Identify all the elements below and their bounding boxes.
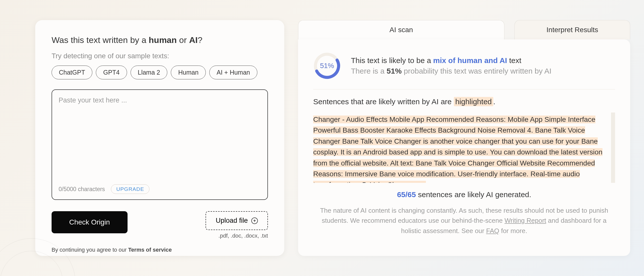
probability-gauge: 51% bbox=[313, 52, 341, 80]
sample-texts-label: Try detecting one of our sample texts: bbox=[52, 52, 268, 60]
tabs-row: AI scan Interpret Results bbox=[298, 20, 630, 39]
verdict-pre: This text is likely to be a bbox=[351, 56, 433, 65]
summary-count: 65/65 bbox=[397, 190, 416, 199]
tab-interpret-results[interactable]: Interpret Results bbox=[514, 20, 630, 39]
action-row: Check Origin Upload file + .pdf, .doc, .… bbox=[52, 211, 268, 239]
sentence-count-summary: 65/65 sentences are likely AI generated. bbox=[313, 190, 615, 199]
chip-human[interactable]: Human bbox=[171, 66, 206, 79]
writing-report-link[interactable]: Writing Report bbox=[504, 217, 546, 224]
tos-link[interactable]: Terms of service bbox=[128, 247, 172, 253]
input-card: Was this text written by a human or AI? … bbox=[35, 20, 284, 256]
prob-value: 51% bbox=[387, 67, 402, 75]
upload-plus-icon: + bbox=[251, 217, 258, 224]
upload-file-label: Upload file bbox=[216, 217, 248, 225]
highlight-post: . bbox=[493, 97, 495, 106]
verdict-text: This text is likely to be a mix of human… bbox=[351, 56, 615, 75]
analyzed-text-pane[interactable]: ▴ Changer - Audio Effects Mobile App Rec… bbox=[313, 113, 615, 183]
heading-human: human bbox=[149, 35, 177, 45]
chip-gpt4[interactable]: GPT4 bbox=[96, 66, 127, 79]
text-input[interactable] bbox=[59, 96, 261, 184]
chip-llama2[interactable]: Llama 2 bbox=[131, 66, 168, 79]
prob-pre: There is a bbox=[351, 67, 387, 75]
chip-chatgpt[interactable]: ChatGPT bbox=[52, 66, 92, 79]
verdict-row: 51% This text is likely to be a mix of h… bbox=[313, 52, 615, 89]
verdict-main-line: This text is likely to be a mix of human… bbox=[351, 56, 615, 65]
scroll-up-arrow-icon[interactable]: ▴ bbox=[612, 114, 615, 121]
check-origin-button[interactable]: Check Origin bbox=[52, 211, 128, 233]
highlight-pre: Sentences that are likely written by AI … bbox=[313, 97, 454, 106]
char-count: 0/5000 characters bbox=[59, 186, 105, 193]
highlight-badge: highlighted bbox=[454, 97, 493, 106]
verdict-post: text bbox=[507, 56, 521, 65]
results-column: AI scan Interpret Results 51% This text … bbox=[298, 20, 630, 256]
text-input-container: 0/5000 characters UPGRADE bbox=[52, 89, 268, 200]
prob-post: probability this text was entirely writt… bbox=[402, 67, 551, 75]
heading-text-post: ? bbox=[198, 35, 203, 45]
highlighted-text-body: Changer - Audio Effects Mobile App Recom… bbox=[313, 116, 602, 183]
summary-post: sentences are likely AI generated. bbox=[416, 190, 531, 199]
upload-file-button[interactable]: Upload file + bbox=[206, 211, 268, 230]
chip-ai-human[interactable]: AI + Human bbox=[209, 66, 257, 79]
results-panel: 51% This text is likely to be a mix of h… bbox=[298, 39, 630, 256]
main-heading: Was this text written by a human or AI? bbox=[52, 35, 268, 45]
upgrade-button[interactable]: UPGRADE bbox=[111, 184, 149, 194]
heading-text-or: or bbox=[177, 35, 189, 45]
scroll-down-arrow-icon[interactable]: ▾ bbox=[612, 175, 615, 182]
heading-text-pre: Was this text written by a bbox=[52, 35, 149, 45]
char-count-row: 0/5000 characters UPGRADE bbox=[59, 184, 149, 194]
sample-chips-row: ChatGPT GPT4 Llama 2 Human AI + Human bbox=[52, 66, 268, 79]
upload-section: Upload file + .pdf, .doc, .docx, .txt bbox=[206, 211, 268, 239]
tos-disclaimer: By continuing you agree to our Terms of … bbox=[52, 247, 268, 253]
gauge-percent: 51% bbox=[313, 52, 341, 80]
disclaimer-part3: for more. bbox=[499, 227, 527, 235]
verdict-sub-line: There is a 51% probability this text was… bbox=[351, 67, 615, 75]
faq-link[interactable]: FAQ bbox=[486, 227, 499, 235]
scrollbar-thumb[interactable] bbox=[611, 153, 615, 162]
tab-ai-scan[interactable]: AI scan bbox=[298, 20, 504, 39]
results-disclaimer: The nature of AI content is changing con… bbox=[313, 205, 615, 236]
accepted-file-types: .pdf, .doc, .docx, .txt bbox=[206, 233, 268, 239]
verdict-mix: mix of human and AI bbox=[433, 56, 507, 65]
highlight-explainer: Sentences that are likely written by AI … bbox=[313, 97, 615, 106]
heading-ai: AI bbox=[189, 35, 198, 45]
